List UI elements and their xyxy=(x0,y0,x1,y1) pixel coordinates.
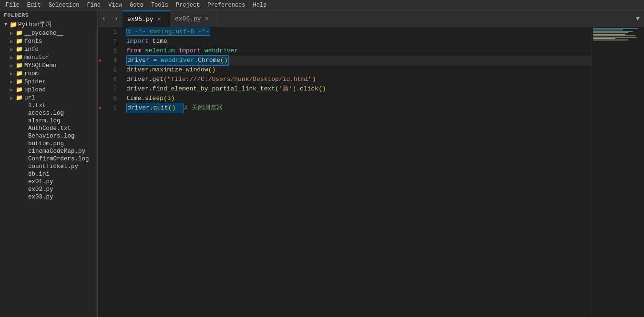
code-line-4[interactable]: driver = webdriver.Chrome() xyxy=(126,56,592,65)
root-expand-arrow: ▼ xyxy=(2,22,10,27)
minimap-line xyxy=(593,40,628,40)
ex01-label: ex01.py xyxy=(28,178,53,185)
minimap-line xyxy=(593,31,633,32)
sidebar-item-ex02[interactable]: ex02.py xyxy=(0,186,97,193)
sidebar: FOLDERS ▼ 📁 Python学习 ▷ 📁 __pycache__ ▷ 📁… xyxy=(0,10,98,317)
line-number-5: 5 xyxy=(98,65,117,75)
code-line-3[interactable]: from selenium import webdriver xyxy=(126,46,592,56)
sidebar-item-alarmlog[interactable]: alarm.log xyxy=(0,117,97,125)
url-arrow: ▷ xyxy=(8,95,15,101)
Spider-icon: 📁 xyxy=(15,78,23,85)
tab-label-ex95: ex95.py xyxy=(127,16,153,23)
monitor-arrow: ▷ xyxy=(8,55,15,60)
minimap-line xyxy=(593,32,628,33)
upload-arrow: ▷ xyxy=(8,87,15,93)
menu-preferences[interactable]: Preferences xyxy=(204,1,249,10)
url-icon: 📁 xyxy=(15,94,23,101)
info-arrow: ▷ xyxy=(8,47,15,52)
code-line-7[interactable]: driver.find_element_by_partial_link_text… xyxy=(126,84,592,94)
code-line-5[interactable]: driver.maximize_window() xyxy=(126,65,592,75)
code-line-2[interactable]: import time xyxy=(126,37,592,46)
url-label: url xyxy=(24,95,35,101)
menu-bar: File Edit Selection Find View Goto Tools… xyxy=(0,0,644,10)
tab-ex96[interactable]: ex96.py ✕ xyxy=(170,10,218,27)
countTicket-label: countTicket.py xyxy=(28,163,78,170)
1txt-label: 1.txt xyxy=(28,102,46,109)
mysqlDemo-arrow: ▷ xyxy=(8,63,15,69)
sidebar-item-pycache[interactable]: ▷ 📁 __pycache__ xyxy=(0,29,97,37)
minimap-line xyxy=(593,30,623,30)
minimap-line xyxy=(593,37,637,38)
editor-content: 123456789 # -*- coding:utf-8 -*-import t… xyxy=(98,27,644,317)
line-number-3: 3 xyxy=(98,46,117,56)
info-icon: 📁 xyxy=(15,46,23,53)
code-line-9[interactable]: driver.quit() # 关闭浏览器 xyxy=(126,103,592,113)
line-number-1: 1 xyxy=(98,27,117,37)
sidebar-item-ex03[interactable]: ex03.py xyxy=(0,193,97,201)
fonts-icon: 📁 xyxy=(15,38,23,45)
sidebar-item-accesslog[interactable]: access.log xyxy=(0,109,97,117)
line-number-6: 6 xyxy=(98,75,117,84)
code-area[interactable]: # -*- coding:utf-8 -*-import timefrom se… xyxy=(122,27,592,317)
line-number-7: 7 xyxy=(98,84,117,94)
sidebar-item-buttom[interactable]: buttom.png xyxy=(0,140,97,148)
sidebar-item-countTicket[interactable]: countTicket.py xyxy=(0,163,97,170)
sidebar-items-container: ▷ 📁 __pycache__ ▷ 📁 fonts ▷ 📁 info ▷ 📁 m… xyxy=(0,29,97,201)
sidebar-item-dbini[interactable]: db.ini xyxy=(0,170,97,178)
menu-selection[interactable]: Selection xyxy=(45,1,83,10)
tab-close-ex96[interactable]: ✕ xyxy=(205,15,209,22)
minimap-line xyxy=(593,34,625,35)
minimap xyxy=(592,27,644,317)
sidebar-item-mysqlDemo[interactable]: ▷ 📁 MYSQLDemo xyxy=(0,61,97,69)
sidebar-item-url[interactable]: ▷ 📁 url xyxy=(0,94,97,102)
dbini-label: db.ini xyxy=(28,171,50,178)
cinemaCode-label: cinemaCodeMap.py xyxy=(28,148,85,155)
minimap-line xyxy=(593,38,615,39)
menu-view[interactable]: View xyxy=(104,1,126,10)
ex02-label: ex02.py xyxy=(28,186,53,193)
sidebar-item-cinemaCode[interactable]: cinemaCodeMap.py xyxy=(0,148,97,155)
fonts-arrow: ▷ xyxy=(8,39,15,44)
line-number-2: 2 xyxy=(98,37,117,46)
menu-tools[interactable]: Tools xyxy=(147,1,172,10)
menu-project[interactable]: Project xyxy=(172,1,204,10)
upload-icon: 📁 xyxy=(15,86,23,93)
monitor-label: monitor xyxy=(24,54,50,61)
tab-nav-next[interactable]: › xyxy=(110,10,123,27)
info-label: info xyxy=(24,46,39,53)
ConfirmOrders-label: ConfirmOrders.log xyxy=(28,156,89,162)
sidebar-item-upload[interactable]: ▷ 📁 upload xyxy=(0,86,97,94)
menu-help[interactable]: Help xyxy=(249,1,271,10)
tab-nav-prev[interactable]: ‹ xyxy=(98,10,110,27)
tab-ex95[interactable]: ex95.py ✕ xyxy=(123,10,170,27)
menu-file[interactable]: File xyxy=(2,1,23,10)
code-line-8[interactable]: time.sleep(3) xyxy=(126,94,592,103)
minimap-content xyxy=(592,27,644,42)
sidebar-root-folder[interactable]: ▼ 📁 Python学习 xyxy=(0,20,97,29)
sidebar-item-room[interactable]: ▷ 📁 room xyxy=(0,69,97,78)
sidebar-item-AuthCode[interactable]: AuthCode.txt xyxy=(0,125,97,132)
sidebar-header: FOLDERS xyxy=(0,10,97,20)
line-number-8: 8 xyxy=(98,94,117,103)
code-line-1[interactable]: # -*- coding:utf-8 -*- xyxy=(126,27,592,37)
sidebar-item-ConfirmOrders[interactable]: ConfirmOrders.log xyxy=(0,155,97,163)
minimap-line xyxy=(593,35,635,36)
sidebar-item-fonts[interactable]: ▷ 📁 fonts xyxy=(0,37,97,45)
sidebar-item-info[interactable]: ▷ 📁 info xyxy=(0,45,97,53)
room-arrow: ▷ xyxy=(8,71,15,77)
tab-close-ex95[interactable]: ✕ xyxy=(157,16,161,22)
menu-find[interactable]: Find xyxy=(83,1,104,10)
root-folder-label: Python学习 xyxy=(18,20,52,29)
sidebar-item-Spider[interactable]: ▷ 📁 Spider xyxy=(0,78,97,86)
room-icon: 📁 xyxy=(15,70,23,77)
sidebar-item-monitor[interactable]: ▷ 📁 monitor xyxy=(0,53,97,61)
sidebar-item-Behaviors[interactable]: Behaviors.log xyxy=(0,132,97,140)
tab-overflow-button[interactable]: ▼ xyxy=(632,10,644,27)
alarmlog-label: alarm.log xyxy=(28,118,61,124)
sidebar-item-ex01[interactable]: ex01.py xyxy=(0,178,97,186)
code-line-6[interactable]: driver.get("file:///C:/Users/hunk/Deskto… xyxy=(126,75,592,84)
AuthCode-label: AuthCode.txt xyxy=(28,125,71,132)
menu-edit[interactable]: Edit xyxy=(23,1,45,10)
sidebar-item-1txt[interactable]: 1.txt xyxy=(0,102,97,109)
menu-goto[interactable]: Goto xyxy=(126,1,147,10)
